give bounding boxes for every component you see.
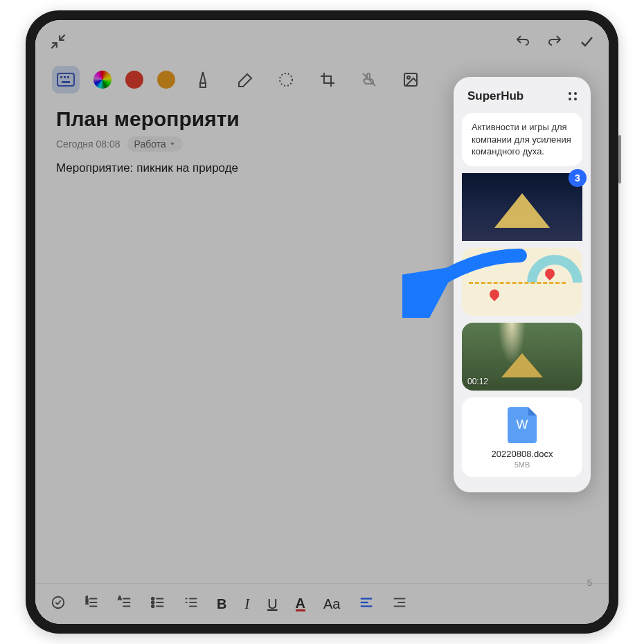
- note-tag[interactable]: Работа: [127, 136, 183, 152]
- bold-button[interactable]: B: [217, 596, 226, 612]
- check-icon[interactable]: [578, 33, 595, 53]
- svg-rect-0: [57, 73, 74, 86]
- image-thumbnail-night: [462, 173, 582, 241]
- color-red[interactable]: [125, 71, 143, 89]
- svg-rect-3: [67, 76, 69, 78]
- file-name: 20220808.docx: [467, 449, 577, 459]
- list-dash-icon[interactable]: [184, 595, 199, 613]
- superhub-file-item[interactable]: W 20220808.docx 5MB: [462, 397, 582, 477]
- map-thumbnail: [462, 248, 582, 316]
- svg-rect-4: [62, 81, 70, 83]
- svg-point-8: [407, 76, 410, 79]
- page-number: 5: [587, 578, 592, 588]
- highlighter-icon[interactable]: [189, 66, 217, 93]
- tablet-frame: План мероприяти Сегодня 08:08 Работа Мер…: [26, 10, 618, 634]
- superhub-header: SuperHub: [462, 85, 582, 113]
- text-color-button[interactable]: A: [296, 597, 305, 611]
- top-bar: [35, 20, 609, 53]
- superhub-panel[interactable]: SuperHub Активности и игры для компании …: [454, 77, 591, 492]
- superhub-title: SuperHub: [467, 89, 524, 103]
- doc-icon: W: [508, 407, 537, 443]
- video-duration: 00:12: [467, 377, 488, 386]
- svg-point-9: [53, 597, 64, 609]
- list-numbered-icon[interactable]: 12: [84, 595, 99, 613]
- eraser-icon[interactable]: [231, 66, 258, 93]
- lasso-icon[interactable]: [272, 66, 300, 93]
- checklist-icon[interactable]: [51, 595, 66, 613]
- video-thumbnail: 00:12: [462, 323, 582, 391]
- svg-rect-1: [60, 76, 62, 78]
- power-button[interactable]: [618, 135, 621, 184]
- fingerdraw-icon[interactable]: [355, 66, 383, 93]
- color-wheel-icon[interactable]: [93, 71, 111, 89]
- collapse-icon[interactable]: [49, 33, 67, 53]
- redo-icon[interactable]: [546, 33, 563, 53]
- note-timestamp: Сегодня 08:08: [56, 138, 120, 150]
- font-size-button[interactable]: Aa: [323, 596, 340, 612]
- drag-handle-icon[interactable]: [569, 92, 577, 100]
- svg-rect-2: [64, 76, 66, 78]
- svg-text:A: A: [118, 596, 122, 600]
- crop-icon[interactable]: [314, 66, 341, 93]
- format-toolbar: 12 A B I U A Aa: [35, 583, 609, 624]
- svg-point-24: [152, 605, 154, 608]
- svg-text:2: 2: [86, 600, 89, 605]
- superhub-map-item[interactable]: [462, 248, 582, 316]
- svg-point-23: [152, 601, 154, 604]
- superhub-image-item[interactable]: 3: [462, 173, 582, 241]
- color-orange[interactable]: [157, 71, 175, 89]
- undo-icon[interactable]: [515, 33, 531, 53]
- chevron-down-icon: [169, 141, 176, 147]
- svg-point-5: [280, 73, 292, 86]
- file-size: 5MB: [467, 460, 577, 469]
- keyboard-tool[interactable]: [52, 66, 80, 93]
- underline-button[interactable]: U: [267, 596, 277, 612]
- list-bullet-icon[interactable]: [150, 595, 166, 613]
- italic-button[interactable]: I: [244, 596, 249, 612]
- screen: План мероприяти Сегодня 08:08 Работа Мер…: [35, 20, 609, 624]
- align-left-icon[interactable]: [359, 595, 374, 613]
- list-alpha-icon[interactable]: A: [117, 595, 132, 613]
- count-badge: 3: [569, 169, 587, 187]
- image-icon[interactable]: [397, 66, 424, 93]
- superhub-text-item[interactable]: Активности и игры для компании для усиле…: [462, 113, 582, 166]
- align-right-icon[interactable]: [392, 595, 407, 613]
- svg-point-22: [152, 598, 154, 600]
- superhub-video-item[interactable]: 00:12: [462, 323, 582, 391]
